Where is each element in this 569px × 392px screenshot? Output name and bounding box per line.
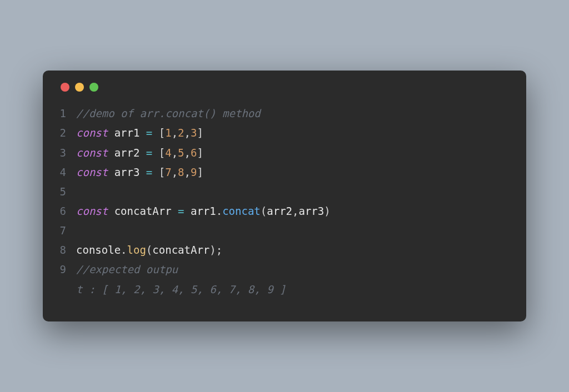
token-punct: ,: [172, 147, 178, 159]
token-punct: [: [159, 166, 165, 178]
token-ident: concatArr: [152, 244, 209, 256]
token-num: 8: [178, 166, 184, 178]
token-num: 7: [165, 166, 171, 178]
token-punct: ]: [197, 166, 203, 178]
token-punct: ): [324, 205, 330, 217]
token-punct: ,: [184, 147, 191, 159]
code-content[interactable]: const arr2 = [4,5,6]: [76, 143, 512, 163]
token-ident: concatArr: [108, 205, 178, 217]
token-num: 4: [165, 147, 171, 159]
code-line[interactable]: 5: [57, 182, 512, 202]
token-func: concat: [222, 205, 261, 217]
token-ident: [152, 147, 158, 159]
token-num: 6: [191, 147, 197, 159]
code-content[interactable]: [76, 221, 512, 240]
code-line[interactable]: t : [ 1, 2, 3, 4, 5, 6, 7, 8, 9 ]: [57, 280, 512, 299]
code-line[interactable]: 3const arr2 = [4,5,6]: [57, 143, 512, 163]
token-num: 9: [191, 166, 197, 178]
token-punct: );: [209, 244, 222, 256]
token-comment: //demo of arr.concat() method: [76, 107, 261, 119]
token-comment: t : [ 1, 2, 3, 4, 5, 6, 7, 8, 9 ]: [76, 283, 286, 295]
token-num: 2: [178, 127, 184, 139]
code-content[interactable]: t : [ 1, 2, 3, 4, 5, 6, 7, 8, 9 ]: [76, 280, 512, 299]
token-ident: arr1: [108, 127, 146, 139]
token-num: 5: [178, 147, 184, 159]
token-keyword: const: [76, 127, 108, 139]
code-content[interactable]: [76, 182, 512, 202]
code-line[interactable]: 7: [57, 221, 512, 240]
token-ident: console: [76, 244, 121, 256]
code-content[interactable]: console.log(concatArr);: [76, 240, 512, 260]
token-num: 3: [191, 127, 197, 139]
token-op: =: [146, 147, 152, 159]
token-ident: [152, 166, 158, 178]
line-number: 8: [57, 240, 76, 260]
code-editor-window: 1//demo of arr.concat() method2const arr…: [43, 71, 526, 321]
token-keyword: const: [76, 205, 108, 217]
code-line[interactable]: 9//expected outpu: [57, 260, 512, 279]
line-number: 1: [57, 104, 76, 123]
code-area[interactable]: 1//demo of arr.concat() method2const arr…: [57, 104, 512, 299]
code-content[interactable]: //expected outpu: [76, 260, 512, 279]
token-op: =: [146, 127, 152, 139]
token-op: =: [146, 166, 152, 178]
minimize-icon[interactable]: [75, 83, 84, 92]
token-method: log: [127, 244, 146, 256]
window-controls: [61, 83, 512, 92]
code-line[interactable]: 2const arr1 = [1,2,3]: [57, 123, 512, 143]
line-number: 4: [57, 163, 76, 182]
token-punct: ,: [172, 127, 178, 139]
token-comment: //expected outpu: [76, 263, 178, 275]
token-punct: ,: [172, 166, 178, 178]
token-punct: ]: [197, 127, 203, 139]
token-punct: ]: [197, 147, 203, 159]
code-content[interactable]: const arr3 = [7,8,9]: [76, 163, 512, 182]
code-content[interactable]: //demo of arr.concat() method: [76, 104, 512, 123]
code-content[interactable]: const concatArr = arr1.concat(arr2,arr3): [76, 202, 512, 221]
code-line[interactable]: 4const arr3 = [7,8,9]: [57, 163, 512, 182]
token-punct: ,: [184, 166, 191, 178]
token-punct: (: [146, 244, 152, 256]
token-ident: arr2: [267, 205, 292, 217]
line-number: 9: [57, 260, 76, 279]
token-punct: [: [159, 147, 165, 159]
token-punct: ,: [184, 127, 191, 139]
token-ident: arr2: [108, 147, 146, 159]
token-punct: [: [159, 127, 165, 139]
code-content[interactable]: const arr1 = [1,2,3]: [76, 123, 512, 143]
line-number: [57, 280, 76, 299]
close-icon[interactable]: [61, 83, 69, 92]
token-punct: .: [121, 244, 127, 256]
token-keyword: const: [76, 166, 108, 178]
token-op: =: [178, 205, 184, 217]
line-number: 5: [57, 182, 76, 202]
line-number: 6: [57, 202, 76, 221]
token-punct: (: [261, 205, 267, 217]
line-number: 3: [57, 143, 76, 163]
token-punct: ,: [292, 205, 298, 217]
line-number: 2: [57, 123, 76, 143]
token-punct: .: [216, 205, 222, 217]
token-ident: arr3: [298, 205, 324, 217]
code-line[interactable]: 6const concatArr = arr1.concat(arr2,arr3…: [57, 202, 512, 221]
line-number: 7: [57, 221, 76, 240]
token-ident: arr1: [184, 205, 216, 217]
token-num: 1: [165, 127, 171, 139]
token-ident: [152, 127, 158, 139]
code-line[interactable]: 1//demo of arr.concat() method: [57, 104, 512, 123]
code-line[interactable]: 8console.log(concatArr);: [57, 240, 512, 260]
token-ident: arr3: [108, 166, 146, 178]
zoom-icon[interactable]: [89, 83, 98, 92]
token-keyword: const: [76, 147, 108, 159]
